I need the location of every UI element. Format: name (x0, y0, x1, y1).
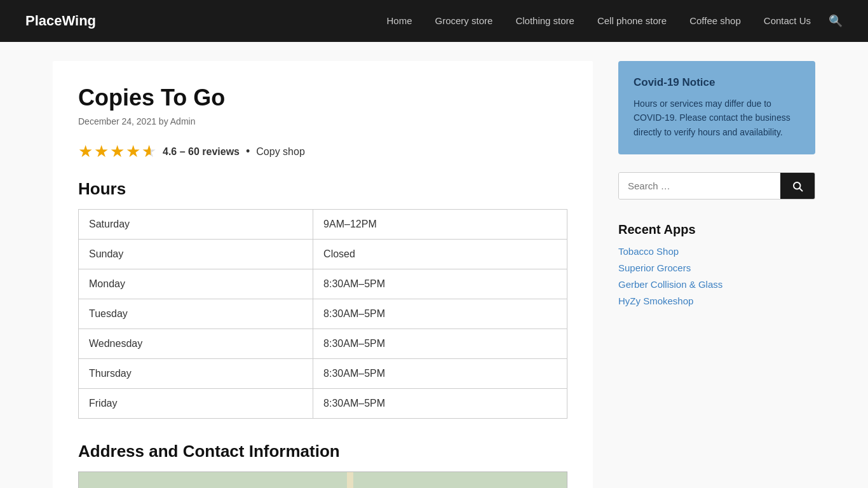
hours-time: Closed (313, 240, 567, 269)
star-3: ★ (110, 142, 125, 161)
hours-time: 8:30AM–5PM (313, 329, 567, 359)
search-box (618, 172, 815, 200)
svg-line-1 (799, 188, 802, 191)
post-author[interactable]: Admin (170, 116, 196, 126)
hours-table: Saturday9AM–12PMSundayClosedMonday8:30AM… (78, 209, 567, 419)
list-item: Gerber Collision & Glass (618, 279, 815, 290)
search-button[interactable] (780, 173, 815, 199)
page-body: Copies To Go December 24, 2021 by Admin … (0, 42, 868, 488)
nav-item-home[interactable]: Home (376, 0, 424, 42)
nav-link-clothing[interactable]: Clothing store (504, 0, 586, 42)
post-date: December 24, 2021 (78, 116, 156, 126)
rating-row: ★ ★ ★ ★ ★ ★ 4.6 – 60 reviews • Copy shop (78, 142, 567, 161)
table-row: Tuesday8:30AM–5PM (79, 299, 567, 329)
recent-apps-heading: Recent Apps (618, 222, 815, 237)
rating-value: 4.6 – 60 reviews (163, 146, 240, 158)
star-5-half: ★ ★ (142, 142, 156, 161)
nav-link-home[interactable]: Home (376, 0, 424, 42)
category-label: Copy shop (256, 146, 305, 158)
covid-title: Covid-19 Notice (634, 76, 800, 89)
map-placeholder: Aracelys Body Art Shop (78, 471, 567, 488)
hours-time: 8:30AM–5PM (313, 359, 567, 389)
hours-time: 8:30AM–5PM (313, 269, 567, 299)
table-row: SundayClosed (79, 240, 567, 269)
hours-day: Monday (79, 269, 313, 299)
recent-apps: Recent Apps Tobacco ShopSuperior Grocers… (618, 222, 815, 307)
nav-link-grocery[interactable]: Grocery store (424, 0, 505, 42)
map-road-vertical (347, 472, 353, 488)
recent-app-link-hyzy-smokeshop[interactable]: HyZy Smokeshop (618, 295, 693, 306)
covid-notice: Covid-19 Notice Hours or services may di… (618, 61, 815, 154)
nav-link-coffee[interactable]: Coffee shop (678, 0, 752, 42)
nav-item-coffee[interactable]: Coffee shop (678, 0, 752, 42)
hours-day: Thursday (79, 359, 313, 389)
address-heading: Address and Contact Information (78, 442, 567, 461)
search-input[interactable] (619, 173, 780, 199)
nav-item-clothing[interactable]: Clothing store (504, 0, 586, 42)
table-row: Saturday9AM–12PM (79, 210, 567, 240)
post-by: by (159, 116, 170, 126)
post-meta: December 24, 2021 by Admin (78, 116, 567, 126)
hours-day: Sunday (79, 240, 313, 269)
page-title: Copies To Go (78, 84, 567, 111)
nav-item-search[interactable]: 🔍 (822, 14, 843, 28)
hours-day: Wednesday (79, 329, 313, 359)
list-item: Superior Grocers (618, 262, 815, 274)
recent-apps-list: Tobacco ShopSuperior GrocersGerber Colli… (618, 246, 815, 307)
nav-item-cell-phone[interactable]: Cell phone store (586, 0, 678, 42)
list-item: HyZy Smokeshop (618, 295, 815, 307)
list-item: Tobacco Shop (618, 246, 815, 257)
nav-item-grocery[interactable]: Grocery store (424, 0, 505, 42)
recent-app-link-superior-grocers[interactable]: Superior Grocers (618, 262, 691, 273)
hours-day: Tuesday (79, 299, 313, 329)
table-row: Thursday8:30AM–5PM (79, 359, 567, 389)
covid-text: Hours or services may differ due to COVI… (634, 97, 800, 139)
table-row: Wednesday8:30AM–5PM (79, 329, 567, 359)
table-row: Friday8:30AM–5PM (79, 389, 567, 419)
recent-app-link-tobacco-shop[interactable]: Tobacco Shop (618, 246, 679, 257)
recent-app-link-gerber-collision[interactable]: Gerber Collision & Glass (618, 279, 722, 290)
table-row: Monday8:30AM–5PM (79, 269, 567, 299)
nav-links: Home Grocery store Clothing store Cell p… (376, 0, 843, 42)
hours-time: 8:30AM–5PM (313, 389, 567, 419)
nav-item-contact[interactable]: Contact Us (752, 0, 822, 42)
star-4: ★ (126, 142, 140, 161)
star-rating: ★ ★ ★ ★ ★ ★ (78, 142, 156, 161)
sidebar: Covid-19 Notice Hours or services may di… (618, 61, 815, 488)
dot-separator: • (246, 145, 250, 158)
hours-heading: Hours (78, 179, 567, 199)
main-nav: PlaceWing Home Grocery store Clothing st… (0, 0, 868, 42)
hours-time: 8:30AM–5PM (313, 299, 567, 329)
search-icon (792, 180, 803, 192)
page-wrapper: Copies To Go December 24, 2021 by Admin … (27, 42, 841, 488)
content-card: Copies To Go December 24, 2021 by Admin … (53, 61, 593, 488)
star-2: ★ (94, 142, 109, 161)
nav-link-cell-phone[interactable]: Cell phone store (586, 0, 678, 42)
hours-day: Friday (79, 389, 313, 419)
site-brand[interactable]: PlaceWing (25, 13, 96, 29)
main-content: Copies To Go December 24, 2021 by Admin … (53, 61, 593, 488)
hours-day: Saturday (79, 210, 313, 240)
search-icon[interactable]: 🔍 (822, 15, 843, 27)
nav-link-contact[interactable]: Contact Us (752, 0, 822, 42)
hours-time: 9AM–12PM (313, 210, 567, 240)
star-1: ★ (78, 142, 93, 161)
